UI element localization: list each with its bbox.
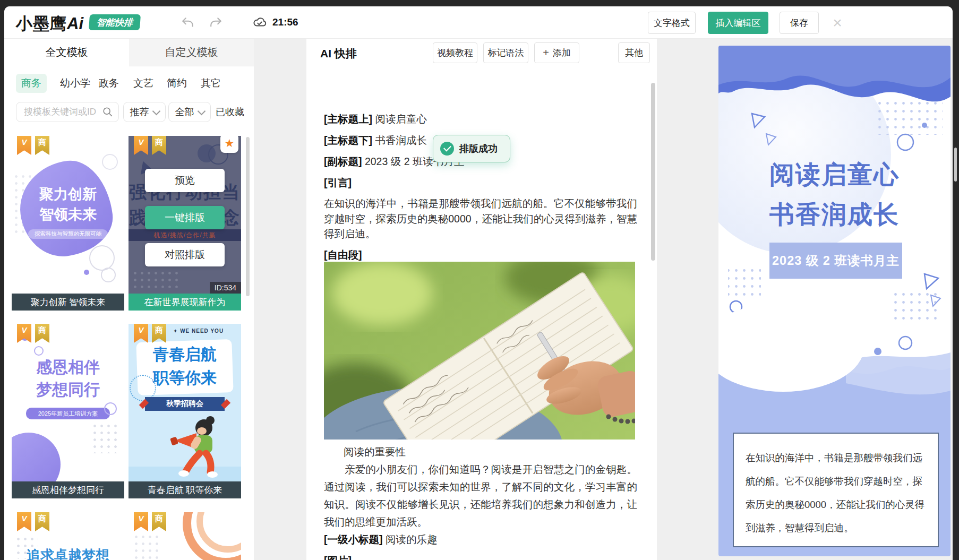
app-logo: 小墨鹰Ai bbox=[16, 13, 83, 35]
plus-icon: + bbox=[543, 47, 549, 59]
template-card-6[interactable]: V 商 bbox=[129, 512, 241, 560]
search-input[interactable] bbox=[23, 103, 105, 121]
biz-badge: 商 bbox=[35, 136, 49, 155]
preview-title-line2: 书香润成长 bbox=[718, 198, 951, 231]
biz-badge: 商 bbox=[152, 324, 166, 343]
favorite-star-button[interactable]: ★ bbox=[220, 136, 238, 153]
insert-editor-button[interactable]: 插入编辑区 bbox=[708, 12, 768, 34]
template-title: 在新世界展现新作为 bbox=[129, 294, 241, 311]
vip-badge: V bbox=[17, 136, 31, 155]
row-free-paragraph[interactable]: [自由段] bbox=[324, 248, 362, 262]
vip-badge: V bbox=[134, 324, 148, 343]
template-card-4[interactable]: V 商 ✦ WE NEED YOU 青春启航 职等你来 秋季招聘会 bbox=[129, 324, 241, 498]
photo-caption[interactable]: 阅读的重要性 bbox=[344, 445, 406, 459]
vip-badge: V bbox=[134, 512, 148, 531]
scope-dropdown[interactable]: 全部 bbox=[168, 102, 211, 122]
template-title: 感恩相伴梦想同行 bbox=[12, 481, 124, 498]
save-time: 21:56 bbox=[272, 16, 298, 28]
category-simple[interactable]: 简约 bbox=[161, 74, 192, 93]
redo-icon[interactable] bbox=[209, 16, 223, 30]
template-card-1[interactable]: V 商 聚力创新 智领未来 探索科技与智慧的无限可能 聚力创新 智领未来 bbox=[12, 136, 124, 311]
template-card-3[interactable]: V 商 感恩相伴 梦想同行 2025年新员工培训方案 感恩相伴梦想同行 bbox=[12, 324, 124, 498]
other-button[interactable]: 其他 bbox=[618, 42, 650, 63]
row-main-title-top[interactable]: [主标题上] 阅读启童心 bbox=[324, 112, 427, 126]
editor-title: AI 快排 bbox=[320, 46, 357, 61]
tab-custom-templates[interactable]: 自定义模板 bbox=[129, 39, 254, 66]
preview-subtitle-band: 2023 级 2 班读书月主 bbox=[769, 243, 902, 279]
vip-badge: V bbox=[17, 512, 31, 531]
template-search bbox=[16, 102, 119, 122]
favorites-filter[interactable]: 已收藏 bbox=[216, 106, 244, 118]
biz-badge: 商 bbox=[152, 512, 166, 531]
cloud-sync-icon bbox=[253, 15, 267, 29]
sidebar-scrollbar[interactable] bbox=[246, 137, 250, 296]
chevron-down-icon bbox=[152, 107, 160, 115]
category-government[interactable]: 政务 bbox=[93, 74, 124, 93]
compare-layout-button[interactable]: 对照排版 bbox=[145, 243, 225, 266]
row-heading1[interactable]: [一级小标题] 阅读的乐趣 bbox=[324, 532, 437, 547]
chevron-down-icon bbox=[197, 107, 206, 115]
editor-panel: AI 快排 视频教程 标记语法 + 添加 其他 [主标题上] 阅读启童心 [主标… bbox=[306, 39, 657, 560]
header: 小墨鹰Ai 智能快排 21:56 文字格式 插入编辑区 保存 × bbox=[4, 6, 953, 39]
video-tutorial-button[interactable]: 视频教程 bbox=[433, 42, 477, 63]
one-click-layout-button[interactable]: 一键排版 bbox=[145, 206, 225, 229]
template-title: 青春启航 职等你来 bbox=[129, 481, 241, 498]
template-card-2[interactable]: V 商 强化行动担当 践行创新理念 机遇/挑战/合作/共赢 预览 一键排版 对照… bbox=[129, 136, 241, 311]
layout-success-toast: 排版成功 bbox=[433, 135, 510, 162]
preview-panel: 阅读启童心 书香润成长 2023 级 2 班读书月主 在知识的海洋中，书籍是那艘… bbox=[718, 46, 951, 556]
undo-icon[interactable] bbox=[181, 16, 194, 30]
sort-dropdown[interactable]: 推荐 bbox=[123, 102, 166, 122]
category-business[interactable]: 商务 bbox=[16, 74, 47, 93]
category-art[interactable]: 文艺 bbox=[128, 74, 159, 93]
search-icon bbox=[102, 106, 114, 118]
window-edge-scrollbar[interactable] bbox=[954, 148, 957, 182]
preview-body-text: 在知识的海洋中，书籍是那艘带领我们远航的船。它不仅能够带我们穿越时空，探索历史的… bbox=[746, 446, 926, 540]
biz-badge: 商 bbox=[35, 324, 49, 343]
tab-full-templates[interactable]: 全文模板 bbox=[4, 39, 129, 66]
star-icon: ★ bbox=[225, 137, 235, 150]
app-window: 小墨鹰Ai 智能快排 21:56 文字格式 插入编辑区 保存 × 全文模板 自定… bbox=[4, 6, 953, 560]
preview-body-box: 在知识的海洋中，书籍是那艘带领我们远航的船。它不仅能够带我们穿越时空，探索历史的… bbox=[733, 433, 939, 547]
intro-paragraph[interactable]: 在知识的海洋中，书籍是那艘带领我们远航的船。它不仅能够带我们穿越时空，探索历史的… bbox=[324, 196, 637, 242]
biz-badge: 商 bbox=[35, 512, 49, 531]
template-title: 聚力创新 智领未来 bbox=[12, 294, 124, 311]
template-sidebar: 全文模板 自定义模板 商务 幼小学 政务 文艺 简约 其它 推荐 全部 已收藏 … bbox=[4, 39, 254, 560]
template-card-5[interactable]: V 商 追求卓越梦想 bbox=[12, 512, 124, 560]
notebook-photo[interactable] bbox=[324, 262, 635, 440]
row-main-title-bottom[interactable]: [主标题下] 书香润成长 bbox=[324, 133, 427, 148]
preview-template-button[interactable]: 预览 bbox=[145, 169, 225, 192]
check-icon bbox=[440, 142, 454, 156]
markup-syntax-button[interactable]: 标记语法 bbox=[483, 42, 528, 63]
template-id-badge: ID:534 bbox=[210, 282, 241, 294]
logo-badge: 智能快排 bbox=[89, 14, 141, 30]
save-button[interactable]: 保存 bbox=[780, 12, 819, 34]
close-icon[interactable]: × bbox=[828, 14, 846, 32]
sparkle-icon: ✦ bbox=[173, 328, 178, 334]
girl-megaphone-illustration bbox=[169, 410, 233, 480]
add-button[interactable]: + 添加 bbox=[534, 42, 579, 63]
text-format-button[interactable]: 文字格式 bbox=[648, 12, 696, 34]
editor-scrollbar[interactable] bbox=[651, 83, 655, 261]
row-intro[interactable]: [引言] bbox=[324, 176, 352, 190]
row-image[interactable]: [图片] bbox=[324, 554, 352, 560]
preview-title-line1: 阅读启童心 bbox=[718, 158, 951, 192]
category-other[interactable]: 其它 bbox=[195, 74, 226, 93]
body-paragraph[interactable]: 亲爱的小朋友们，你们知道吗？阅读是开启智慧之门的金钥匙。通过阅读，我们可以探索未… bbox=[324, 461, 637, 531]
category-kids[interactable]: 幼小学 bbox=[55, 74, 96, 93]
